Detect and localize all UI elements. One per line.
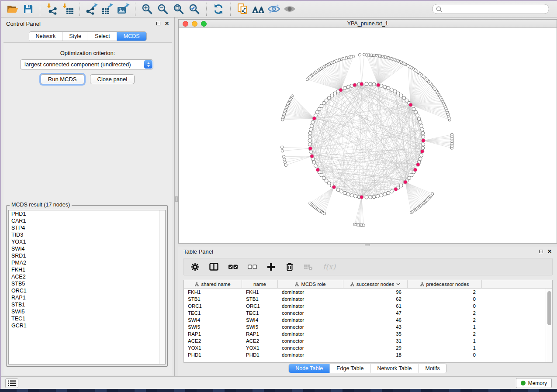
- mcds-result-item[interactable]: SWI5: [9, 308, 165, 315]
- copy-network-button[interactable]: [235, 2, 250, 16]
- tab-node-table[interactable]: Node Table: [289, 364, 330, 373]
- select-all-button[interactable]: [228, 264, 238, 269]
- mcds-result-item[interactable]: CAR1: [9, 217, 165, 224]
- tab-edge-table[interactable]: Edge Table: [330, 364, 370, 373]
- zoom-fit-button[interactable]: [171, 2, 187, 16]
- table-row[interactable]: ACE2ACE2connector311: [184, 337, 552, 344]
- close-panel-icon[interactable]: ✕: [165, 21, 169, 26]
- task-history-button[interactable]: [5, 378, 18, 388]
- mcds-result-item[interactable]: PMA2: [9, 259, 165, 266]
- tab-network[interactable]: Network: [29, 32, 62, 41]
- column-header-mcds-role[interactable]: MCDS role: [278, 280, 343, 288]
- table-row[interactable]: PHD1PHD1dominator180: [184, 351, 552, 358]
- function-builder-button[interactable]: f(x): [323, 262, 336, 271]
- table-scrollbar[interactable]: [546, 289, 552, 362]
- memory-button[interactable]: Memory: [516, 378, 552, 388]
- close-panel-button[interactable]: Close panel: [90, 74, 135, 84]
- table-cell: 18: [343, 351, 408, 358]
- mcds-result-item[interactable]: GCR1: [9, 322, 165, 329]
- mcds-result-item[interactable]: STB5: [9, 280, 165, 287]
- first-neighbors-button[interactable]: [250, 2, 266, 16]
- close-panel-icon[interactable]: ✕: [547, 249, 552, 254]
- mcds-result-item[interactable]: SRD1: [9, 252, 165, 259]
- zoom-selected-button[interactable]: [187, 2, 202, 16]
- table-row[interactable]: FKH1FKH1dominator962: [184, 289, 552, 296]
- export-table-button[interactable]: [100, 2, 115, 16]
- mcds-tab-content: Optimization criterion: largest connecte…: [3, 42, 172, 375]
- deselect-all-button[interactable]: [248, 264, 257, 269]
- column-header-predecessor-nodes[interactable]: predecessor nodes: [408, 280, 482, 288]
- vertical-splitter[interactable]: [175, 17, 178, 376]
- column-header-successor-nodes[interactable]: successor nodes: [343, 280, 408, 288]
- mcds-result-item[interactable]: STP4: [9, 224, 165, 231]
- search-input[interactable]: [444, 6, 545, 12]
- window-maximize-icon[interactable]: [201, 21, 207, 27]
- run-mcds-button[interactable]: Run MCDS: [41, 74, 84, 84]
- window-close-icon[interactable]: [183, 21, 188, 27]
- table-scrollbar-thumb[interactable]: [547, 291, 551, 325]
- result-list-scrollbar[interactable]: [159, 210, 165, 364]
- hide-selected-button[interactable]: [266, 2, 282, 16]
- table-row[interactable]: TEC1TEC1connector472: [184, 309, 552, 316]
- mcds-result-item[interactable]: ACE2: [9, 273, 165, 280]
- delete-table-icon: [304, 263, 313, 271]
- mcds-result-list[interactable]: PHD1CAR1STP4TID3YOX1SWI4SRD1PMA2FKH1ACE2…: [8, 210, 166, 364]
- delete-column-button[interactable]: [285, 262, 294, 271]
- tab-select[interactable]: Select: [88, 32, 117, 41]
- column-header-shared-name[interactable]: shared name: [184, 280, 242, 288]
- splitter-grip[interactable]: [365, 244, 370, 246]
- mcds-result-item[interactable]: TEC1: [9, 315, 165, 322]
- import-table-button[interactable]: [60, 2, 76, 16]
- table-row[interactable]: YOX1YOX1connector291: [184, 344, 552, 351]
- tab-network-table[interactable]: Network Table: [371, 364, 419, 373]
- zoom-out-button[interactable]: [155, 2, 171, 16]
- column-header-name[interactable]: name: [242, 280, 278, 288]
- horizontal-splitter[interactable]: [178, 244, 557, 247]
- network-window-title: YPA_prune.txt_1: [179, 21, 557, 27]
- table-toolbar: f(x): [183, 258, 553, 275]
- export-image-button[interactable]: [115, 2, 131, 16]
- network-canvas[interactable]: [179, 28, 557, 243]
- export-network-button[interactable]: [84, 2, 100, 16]
- splitter-grip[interactable]: [175, 196, 178, 202]
- refresh-button[interactable]: [211, 2, 226, 16]
- show-all-button[interactable]: [282, 2, 298, 16]
- open-file-button[interactable]: [4, 2, 20, 16]
- delete-table-button[interactable]: [304, 263, 313, 271]
- mcds-result-item[interactable]: FKH1: [9, 266, 165, 273]
- mcds-result-item[interactable]: STB1: [9, 301, 165, 308]
- tab-mcds[interactable]: MCDS: [117, 32, 146, 41]
- search-box[interactable]: [432, 4, 549, 14]
- mcds-result-item[interactable]: SWI4: [9, 245, 165, 252]
- column-layout-button[interactable]: [209, 263, 218, 271]
- window-minimize-icon[interactable]: [192, 21, 197, 27]
- mcds-result-item[interactable]: RAP1: [9, 294, 165, 301]
- table-cell-filler: [482, 337, 552, 344]
- mcds-result-item[interactable]: TID3: [9, 231, 165, 238]
- float-panel-icon[interactable]: [156, 22, 160, 25]
- zoom-in-button[interactable]: [139, 2, 155, 16]
- table-row[interactable]: STB1STB1dominator620: [184, 296, 552, 303]
- import-network-button[interactable]: [44, 2, 60, 16]
- table-row[interactable]: SWI5SWI5connector431: [184, 323, 552, 330]
- refresh-icon: [213, 3, 224, 15]
- shared-column-icon: [420, 282, 424, 286]
- column-header-filler: [482, 280, 552, 288]
- table-row[interactable]: RAP1RAP1dominator352: [184, 330, 552, 337]
- mcds-result-item[interactable]: ORC1: [9, 287, 165, 294]
- chevron-down-icon[interactable]: [396, 283, 400, 285]
- node-table-header: shared namenameMCDS rolesuccessor nodesp…: [184, 280, 552, 289]
- mcds-result-item[interactable]: PHD1: [9, 210, 165, 217]
- float-panel-icon[interactable]: [539, 250, 543, 253]
- tab-style[interactable]: Style: [62, 32, 88, 41]
- table-cell: TEC1: [184, 309, 242, 316]
- add-column-button[interactable]: [267, 263, 275, 271]
- tab-motifs[interactable]: Motifs: [419, 364, 446, 373]
- network-window-titlebar[interactable]: YPA_prune.txt_1: [179, 20, 557, 28]
- save-session-button[interactable]: [20, 2, 36, 16]
- table-row[interactable]: ORC1ORC1dominator610: [184, 303, 552, 309]
- mcds-result-item[interactable]: YOX1: [9, 238, 165, 245]
- optimization-criterion-select[interactable]: largest connected component (undirected): [20, 59, 153, 69]
- table-row[interactable]: SWI4SWI4dominator462: [184, 316, 552, 323]
- settings-gear-button[interactable]: [191, 263, 199, 271]
